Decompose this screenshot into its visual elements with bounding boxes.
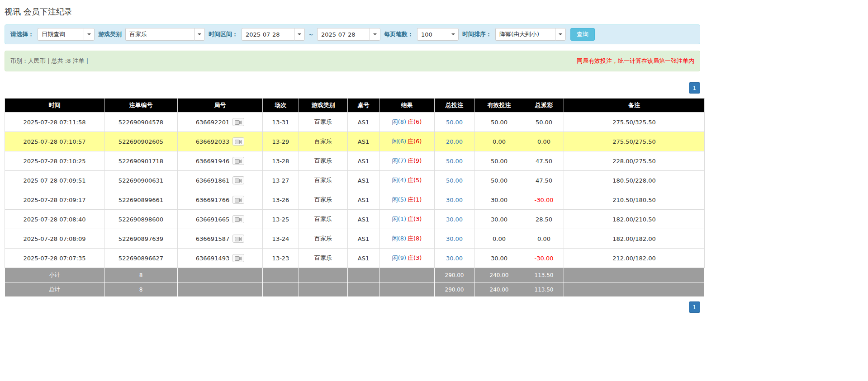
query-type-input[interactable] bbox=[38, 28, 84, 41]
page-number-button[interactable]: 1 bbox=[689, 301, 700, 313]
date-from-input[interactable] bbox=[242, 28, 294, 41]
game-type-label: 游戏类别 bbox=[98, 30, 122, 38]
page-size-caret-button[interactable] bbox=[448, 28, 459, 41]
table-header: 时间注单编号局号场次游戏类别桌号结果总投注有效投注总派彩备注 bbox=[5, 99, 705, 113]
query-type-caret-button[interactable] bbox=[84, 28, 95, 41]
cell-time: 2025-07-28 07:11:58 bbox=[5, 113, 104, 132]
cell-total-bet: 20.00 bbox=[435, 132, 474, 151]
video-replay-button[interactable] bbox=[232, 254, 244, 262]
cell-time: 2025-07-28 07:08:40 bbox=[5, 210, 104, 229]
betting-records-table: 时间注单编号局号场次游戏类别桌号结果总投注有效投注总派彩备注 2025-07-2… bbox=[5, 98, 705, 297]
chevron-down-icon bbox=[373, 33, 377, 35]
video-replay-button[interactable] bbox=[232, 137, 244, 146]
page-size-label: 每页笔数： bbox=[384, 30, 413, 38]
video-replay-button[interactable] bbox=[232, 215, 244, 223]
result-banker: 庄(1) bbox=[408, 196, 422, 203]
total-bet-link[interactable]: 30.00 bbox=[446, 255, 463, 262]
date-to-input[interactable] bbox=[317, 28, 370, 41]
game-type-caret-button[interactable] bbox=[194, 28, 205, 41]
date-from-caret-button[interactable] bbox=[294, 28, 305, 41]
total-bet-link[interactable]: 20.00 bbox=[446, 138, 463, 145]
column-header: 桌号 bbox=[348, 99, 379, 113]
cell-payout: 28.50 bbox=[524, 210, 564, 229]
cell-note: 212.00/182.00 bbox=[564, 249, 705, 268]
total-bet-link[interactable]: 30.00 bbox=[446, 216, 463, 223]
video-replay-button[interactable] bbox=[232, 235, 244, 243]
page-size-input[interactable] bbox=[417, 28, 448, 41]
video-camera-icon bbox=[235, 217, 242, 222]
column-header: 有效投注 bbox=[474, 99, 524, 113]
video-replay-button[interactable] bbox=[232, 196, 244, 204]
chevron-down-icon bbox=[298, 33, 301, 35]
game-type-select bbox=[125, 28, 205, 41]
cell-valid-bet: 50.00 bbox=[474, 113, 524, 132]
cell-game-type: 百家乐 bbox=[299, 229, 348, 249]
subtotal-empty-cell bbox=[263, 268, 299, 282]
total-bet-link[interactable]: 50.00 bbox=[446, 158, 463, 165]
cell-bet-id: 522690896627 bbox=[104, 249, 178, 268]
cell-game-type: 百家乐 bbox=[299, 113, 348, 132]
cell-note: 275.50/325.50 bbox=[564, 113, 705, 132]
round-id-text: 636691861 bbox=[196, 177, 229, 184]
total-bet-link[interactable]: 30.00 bbox=[446, 197, 463, 203]
page-number-button[interactable]: 1 bbox=[689, 82, 700, 94]
cell-result: 闲(4)庄(5) bbox=[379, 171, 435, 190]
cell-time: 2025-07-28 07:10:57 bbox=[5, 132, 104, 151]
page-title: 视讯 会员下注纪录 bbox=[5, 6, 700, 17]
round-id-text: 636692033 bbox=[196, 138, 229, 145]
cell-table-no: AS1 bbox=[348, 132, 379, 151]
subtotal-label: 小计 bbox=[5, 268, 104, 282]
subtotal-empty-cell bbox=[178, 268, 263, 282]
video-replay-button[interactable] bbox=[232, 118, 244, 126]
sort-order-input[interactable] bbox=[495, 28, 555, 41]
column-header: 备注 bbox=[564, 99, 705, 113]
filter-bar: 请选择： 游戏类别 时间区间： ~ 每页笔数： 时间排序： bbox=[5, 24, 700, 44]
pagination-bottom: 1 bbox=[5, 301, 700, 313]
round-id-text: 636691493 bbox=[196, 255, 229, 262]
column-header: 场次 bbox=[263, 99, 299, 113]
cell-bet-id: 522690900631 bbox=[104, 171, 178, 190]
chevron-down-icon bbox=[198, 33, 201, 35]
cell-session: 13-27 bbox=[263, 171, 299, 190]
time-range-label: 时间区间： bbox=[209, 30, 238, 38]
cell-total-bet: 30.00 bbox=[435, 249, 474, 268]
total-empty-cell bbox=[263, 282, 299, 297]
subtotal-total-bet: 290.00 bbox=[435, 268, 474, 282]
sort-order-select bbox=[495, 28, 566, 41]
cell-time: 2025-07-28 07:09:17 bbox=[5, 190, 104, 210]
result-banker: 庄(6) bbox=[408, 118, 422, 125]
sort-order-caret-button[interactable] bbox=[555, 28, 566, 41]
cell-round-id: 636691766 bbox=[178, 190, 263, 210]
date-to-caret-button[interactable] bbox=[370, 28, 380, 41]
cell-payout: 0.00 bbox=[524, 229, 564, 249]
total-bet-link[interactable]: 50.00 bbox=[446, 119, 463, 126]
total-payout: 113.50 bbox=[524, 282, 564, 297]
subtotal-row: 小计 8 290.00 240.00 113.50 bbox=[5, 268, 705, 282]
game-type-input[interactable] bbox=[125, 28, 194, 41]
video-replay-button[interactable] bbox=[232, 157, 244, 165]
total-empty-cell bbox=[379, 282, 435, 297]
cell-table-no: AS1 bbox=[348, 229, 379, 249]
result-banker: 庄(8) bbox=[408, 235, 422, 242]
video-replay-button[interactable] bbox=[232, 176, 244, 184]
cell-payout: 50.00 bbox=[524, 113, 564, 132]
cell-payout: 0.00 bbox=[524, 132, 564, 151]
chevron-down-icon bbox=[451, 33, 455, 35]
video-camera-icon bbox=[235, 139, 242, 145]
cell-payout: -30.00 bbox=[524, 190, 564, 210]
cell-result: 闲(1)庄(3) bbox=[379, 210, 435, 229]
search-button[interactable]: 查询 bbox=[570, 28, 595, 41]
cell-time: 2025-07-28 07:08:09 bbox=[5, 229, 104, 249]
cell-valid-bet: 30.00 bbox=[474, 210, 524, 229]
cell-time: 2025-07-28 07:09:51 bbox=[5, 171, 104, 190]
cell-round-id: 636691861 bbox=[178, 171, 263, 190]
total-bet-link[interactable]: 50.00 bbox=[446, 177, 463, 184]
total-count: 8 bbox=[104, 282, 178, 297]
cell-table-no: AS1 bbox=[348, 249, 379, 268]
subtotal-valid-bet: 240.00 bbox=[474, 268, 524, 282]
total-bet-link[interactable]: 30.00 bbox=[446, 235, 463, 242]
cell-time: 2025-07-28 07:10:25 bbox=[5, 151, 104, 171]
table-row: 2025-07-28 07:08:40522690898600636691665… bbox=[5, 210, 705, 229]
total-label: 总计 bbox=[5, 282, 104, 297]
cell-payout: -30.00 bbox=[524, 249, 564, 268]
